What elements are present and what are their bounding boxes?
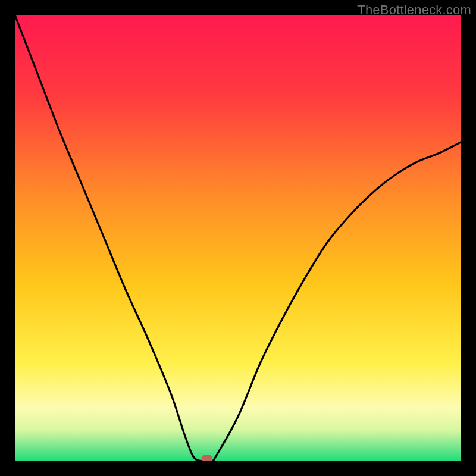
outer-frame: TheBottleneck.com <box>0 0 476 476</box>
optimum-marker <box>202 455 212 461</box>
curve-svg <box>15 15 461 461</box>
plot-area <box>15 15 461 461</box>
watermark-text: TheBottleneck.com <box>357 2 471 18</box>
bottleneck-curve <box>15 15 461 461</box>
